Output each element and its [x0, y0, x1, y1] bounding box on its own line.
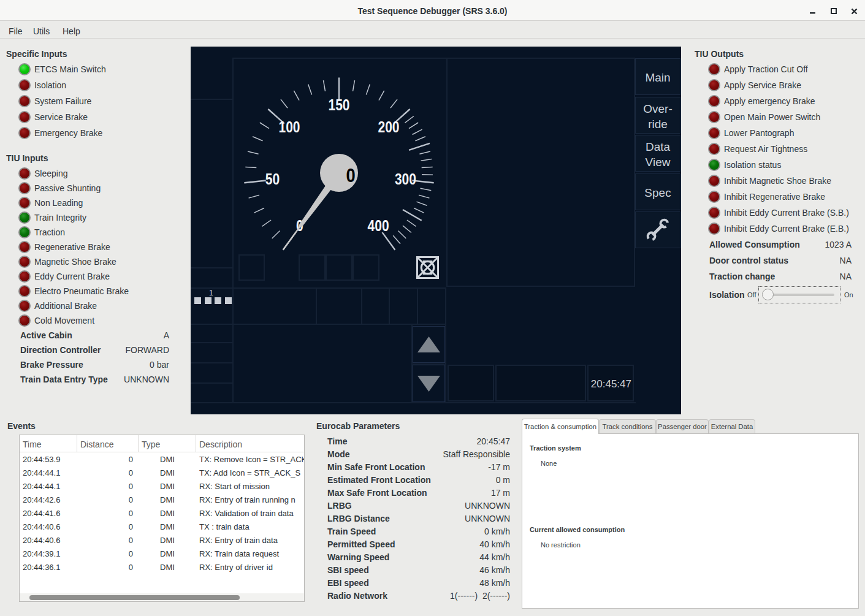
svg-text:200: 200 — [378, 118, 400, 135]
svg-text:150: 150 — [329, 96, 350, 113]
svg-text:100: 100 — [279, 118, 300, 135]
svg-text:50: 50 — [265, 170, 280, 188]
svg-text:0: 0 — [346, 165, 355, 186]
svg-text:400: 400 — [368, 217, 389, 234]
svg-text:300: 300 — [395, 170, 416, 188]
